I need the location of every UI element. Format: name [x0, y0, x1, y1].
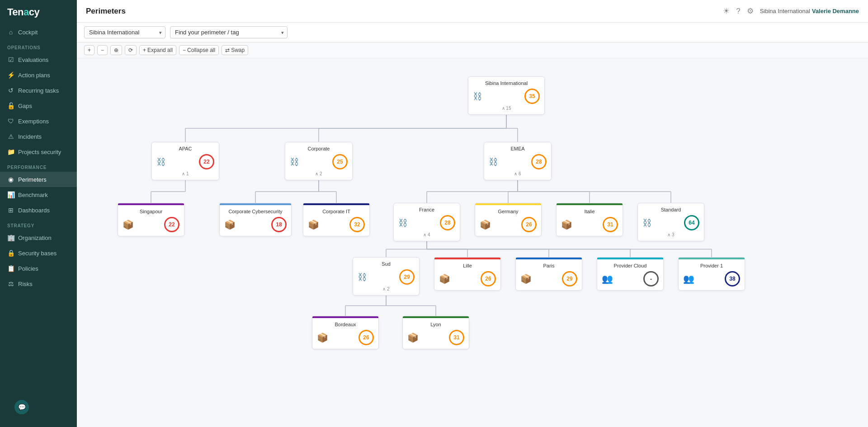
node-paris-bar	[516, 258, 582, 259]
header-actions: ☀ ? ⚙ Sibina International Valerie Deman…	[723, 6, 859, 16]
cube-icon-paris: 📦	[520, 273, 532, 284]
node-standard[interactable]: Standard ⛓ 64 ∧ 3	[637, 203, 704, 241]
node-sud-name: Sud	[358, 261, 415, 267]
node-lille-bar	[434, 258, 500, 259]
node-provider-cloud-score: -	[643, 271, 659, 286]
zoom-in-button[interactable]: +	[84, 45, 94, 55]
node-corp-cyber-score: 18	[271, 217, 287, 232]
help-icon[interactable]: ?	[736, 7, 740, 16]
sidebar-item-projects-security[interactable]: 📁 Projects security	[0, 144, 77, 160]
cube-icon-lyon: 📦	[407, 332, 419, 343]
sidebar-item-gaps[interactable]: 🔓 Gaps	[0, 98, 77, 113]
node-bordeaux-name: Bordeaux	[317, 322, 374, 327]
node-singapour[interactable]: Singapour 📦 22	[118, 203, 184, 236]
node-sud[interactable]: Sud ⛓ 29 ∧ 2	[353, 257, 420, 296]
sidebar-item-organization[interactable]: 🏢 Organization	[0, 230, 77, 245]
main-content: Perimeters ☀ ? ⚙ Sibina International Va…	[77, 0, 868, 427]
sidebar-item-cockpit[interactable]: ⌂ Cockpit	[0, 24, 77, 40]
fit-button[interactable]: ⊕	[110, 45, 122, 55]
node-sibina[interactable]: Sibina International ⛓ 35 ∧ 15	[468, 76, 545, 115]
node-corp-cybersecurity[interactable]: Corporate Cybersecurity 📦 18	[219, 203, 292, 236]
expand-all-button[interactable]: + Expand all	[139, 45, 176, 55]
sidebar-item-benchmark[interactable]: 📊 Benchmark	[0, 187, 77, 202]
node-italie-bar	[557, 203, 623, 205]
sidebar-item-dashboards[interactable]: ⊞ Dashboards	[0, 202, 77, 218]
perimeter-select-wrapper: Sibina International	[84, 26, 165, 38]
collapse-all-button[interactable]: − Collapse all	[179, 45, 219, 55]
swap-button[interactable]: ⇄ Swap	[222, 45, 248, 55]
node-paris-name: Paris	[520, 263, 577, 268]
sidebar-item-action-plans[interactable]: ⚡ Action plans	[0, 67, 77, 83]
node-corporate-score: 25	[332, 154, 348, 169]
node-provider1[interactable]: Provider 1 👥 38	[678, 257, 745, 291]
sidebar-item-perimeters[interactable]: ◉ Perimeters	[0, 172, 77, 187]
sun-icon[interactable]: ☀	[723, 6, 730, 16]
sidebar-item-risks[interactable]: ⚖ Risks	[0, 276, 77, 291]
node-sibina-score: 35	[524, 89, 540, 104]
node-sud-score: 29	[399, 269, 415, 285]
node-provider1-bar	[679, 258, 745, 259]
header: Perimeters ☀ ? ⚙ Sibina International Va…	[77, 0, 868, 23]
logo: Tenacy	[0, 0, 77, 24]
sidebar-item-recurring-tasks[interactable]: ↺ Recurring tasks	[0, 83, 77, 98]
section-strategy: STRATEGY	[0, 218, 77, 230]
node-emea[interactable]: EMEA ⛓ 28 ∧ 6	[484, 142, 552, 180]
node-sibina-name: Sibina International	[473, 80, 540, 86]
node-bordeaux-score: 26	[359, 330, 374, 345]
zoom-out-button[interactable]: −	[97, 45, 108, 55]
node-provider-cloud[interactable]: Provider Cloud 👥 -	[597, 257, 664, 291]
node-bordeaux[interactable]: Bordeaux 📦 26	[312, 316, 379, 349]
sidebar-item-evaluations[interactable]: ☑ Evaluations	[0, 52, 77, 67]
toolbar: Sibina International Find your perimeter…	[77, 23, 868, 42]
cube-icon-corp-cyber: 📦	[224, 219, 236, 230]
section-performance: PERFORMANCE	[0, 160, 77, 172]
building-icon: 🏢	[7, 234, 14, 241]
perimeter-select[interactable]: Sibina International	[84, 26, 165, 38]
node-germany-bar	[475, 203, 541, 205]
sidebar-item-incidents[interactable]: ⚠ Incidents	[0, 129, 77, 144]
node-sud-children: ∧ 2	[358, 286, 415, 291]
clipboard-icon: 📋	[7, 265, 14, 272]
network-icon-corp: ⛓	[290, 157, 299, 167]
cube-icon-lille: 📦	[439, 273, 450, 284]
node-corporate[interactable]: Corporate ⛓ 25 ∧ 2	[285, 142, 353, 180]
tag-select[interactable]: Find your perimeter / tag	[170, 26, 288, 38]
node-lille[interactable]: Lille 📦 26	[434, 257, 501, 291]
node-apac[interactable]: APAC ⛓ 22 ∧ 1	[151, 142, 219, 180]
settings-icon[interactable]: ⚙	[747, 6, 754, 16]
chat-button[interactable]: 💬	[14, 400, 29, 414]
folder-icon: 📁	[7, 148, 14, 155]
lock-open-icon: 🔓	[7, 102, 14, 109]
node-paris[interactable]: Paris 📦 29	[515, 257, 582, 291]
node-corp-cyber-bar	[220, 203, 291, 205]
network-icon-france: ⛓	[398, 218, 407, 228]
node-corp-it-score: 32	[349, 217, 365, 232]
section-operations: OPERATIONS	[0, 40, 77, 52]
node-provider-cloud-bar	[597, 258, 663, 259]
node-corporate-name: Corporate	[290, 146, 348, 151]
node-italie[interactable]: Italie 📦 31	[556, 203, 623, 236]
user-info: Sibina International Valerie Demanne	[760, 8, 859, 14]
node-germany[interactable]: Germany 📦 26	[475, 203, 542, 236]
node-france[interactable]: France ⛓ 28 ∧ 4	[393, 203, 460, 241]
cube-icon-italie: 📦	[561, 219, 572, 230]
sidebar-item-policies[interactable]: 📋 Policies	[0, 261, 77, 276]
bolt-icon: ⚡	[7, 71, 14, 79]
node-emea-children: ∧ 6	[489, 171, 547, 176]
node-corp-it-name: Corporate IT	[308, 209, 365, 214]
node-lyon-name: Lyon	[407, 322, 464, 327]
node-corp-it[interactable]: Corporate IT 📦 32	[303, 203, 370, 236]
node-paris-score: 29	[562, 271, 577, 286]
people-icon-provider1: 👥	[683, 273, 694, 284]
sidebar-item-exemptions[interactable]: 🛡 Exemptions	[0, 113, 77, 129]
cube-icon-bordeaux: 📦	[317, 332, 328, 343]
check-icon: ☑	[7, 56, 14, 63]
node-lyon[interactable]: Lyon 📦 31	[402, 316, 469, 349]
node-france-children: ∧ 4	[398, 232, 455, 237]
reset-button[interactable]: ⟳	[125, 45, 137, 55]
sidebar-item-security-bases[interactable]: 🔒 Security bases	[0, 245, 77, 261]
node-apac-score: 22	[199, 154, 214, 169]
canvas[interactable]: Sibina International ⛓ 35 ∧ 15 APAC ⛓ 22…	[77, 58, 868, 427]
node-sibina-children: ∧ 15	[473, 106, 540, 111]
node-germany-name: Germany	[480, 209, 537, 214]
